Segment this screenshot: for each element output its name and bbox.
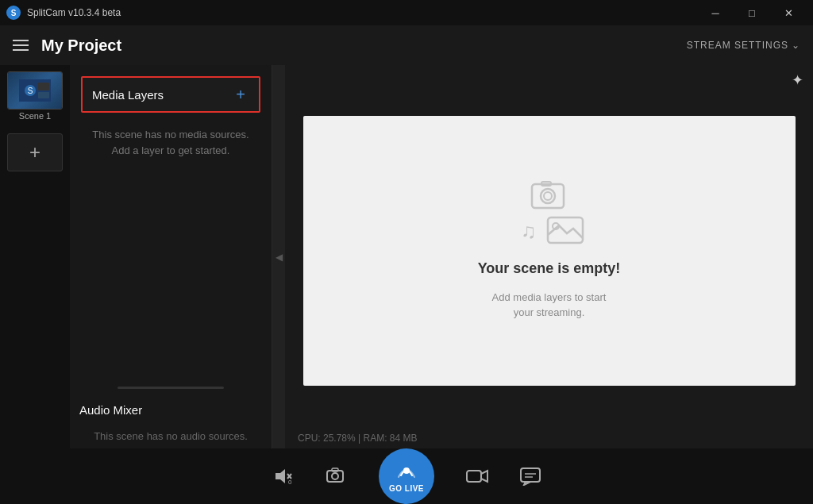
topbar: My Project STREAM SETTINGS ⌄	[0, 25, 813, 65]
go-live-button[interactable]: GO LIVE	[379, 448, 434, 504]
scene-1-thumbnail[interactable]: S	[7, 71, 63, 110]
brightness-icon: ✦	[792, 72, 803, 88]
topbar-right: STREAM SETTINGS ⌄	[687, 40, 800, 51]
scroll-indicator	[118, 387, 224, 389]
video-button[interactable]	[466, 467, 488, 485]
svg-rect-21	[521, 468, 540, 482]
scene-thumb-inner: S	[8, 72, 62, 109]
topbar-left: My Project	[13, 37, 121, 55]
svg-rect-3	[38, 83, 49, 90]
add-layer-button[interactable]: +	[232, 86, 249, 103]
go-live-label: GO LIVE	[389, 484, 424, 493]
stream-settings-button[interactable]: STREAM SETTINGS ⌄	[687, 40, 800, 51]
video-icon	[466, 467, 488, 485]
brightness-button[interactable]: ✦	[792, 71, 803, 89]
empty-state-icons: ♫	[510, 181, 589, 248]
app-body: My Project STREAM SETTINGS ⌄ S	[0, 25, 813, 504]
bottom-bar: 0 GO LIVE	[0, 448, 813, 504]
empty-scene-title: Your scene is empty!	[478, 260, 621, 277]
camera-button[interactable]	[326, 467, 347, 486]
titlebar-left: S SplitCam v10.3.4 beta	[6, 6, 121, 20]
maximize-button[interactable]: □	[734, 0, 770, 25]
minimize-button[interactable]: ─	[697, 0, 734, 25]
svg-rect-5	[532, 184, 564, 208]
media-layers-section: Media Layers +	[76, 71, 265, 117]
close-button[interactable]: ✕	[770, 0, 807, 25]
audio-button[interactable]: 0	[272, 467, 295, 486]
app-name: SplitCam v10.3.4 beta	[27, 7, 121, 18]
preview-area: ✦ ♫	[285, 65, 813, 448]
preview-container: ♫ Your scene is empty! Add media layers …	[285, 65, 813, 428]
svg-point-7	[544, 192, 552, 200]
project-title: My Project	[41, 37, 121, 55]
media-layers-header: Media Layers +	[81, 76, 260, 113]
add-scene-button[interactable]: +	[7, 133, 63, 171]
stats-bar: CPU: 25.78% | RAM: 84 MB	[285, 428, 813, 448]
audio-icon: 0	[272, 467, 295, 486]
app-logo: S	[6, 6, 21, 20]
camera-icon	[326, 467, 347, 486]
scenes-panel: S Scene 1 +	[0, 65, 70, 448]
empty-icons-svg: ♫	[510, 181, 589, 244]
window-controls: ─ □ ✕	[697, 0, 807, 25]
preview-canvas: ♫ Your scene is empty! Add media layers …	[303, 116, 796, 386]
svg-rect-4	[38, 92, 49, 98]
svg-text:0: 0	[288, 479, 292, 486]
svg-text:S: S	[28, 87, 33, 95]
audio-mixer-header: Audio Mixer	[70, 392, 272, 424]
audio-mixer-title: Audio Mixer	[79, 403, 142, 417]
middle-panel: ↓ Media Layers + This scene has no media…	[70, 65, 272, 448]
empty-scene-subtitle: Add media layers to startyour streaming.	[492, 290, 607, 321]
titlebar: S SplitCam v10.3.4 beta ─ □ ✕	[0, 0, 813, 25]
empty-layers-message: This scene has no media sources. Add a l…	[70, 117, 272, 167]
preview-toolbar: ✦	[792, 71, 803, 89]
collapse-handle[interactable]: ◀	[272, 65, 285, 448]
svg-marker-12	[275, 469, 285, 483]
media-layers-title: Media Layers	[92, 88, 164, 102]
scene-1-label: Scene 1	[7, 111, 63, 121]
scene-1-container: S Scene 1	[7, 71, 63, 121]
broadcast-icon	[396, 460, 417, 483]
svg-point-17	[332, 473, 338, 479]
chat-button[interactable]	[520, 467, 541, 486]
empty-audio-message: This scene has no audio sources.	[70, 424, 272, 448]
hamburger-menu[interactable]	[13, 40, 29, 51]
svg-rect-20	[467, 471, 481, 482]
main-content: S Scene 1 + ↓ Media	[0, 65, 813, 448]
chat-icon	[520, 467, 541, 486]
svg-point-6	[541, 189, 555, 203]
chevron-left-icon: ◀	[275, 252, 283, 263]
svg-text:♫: ♫	[521, 219, 537, 243]
